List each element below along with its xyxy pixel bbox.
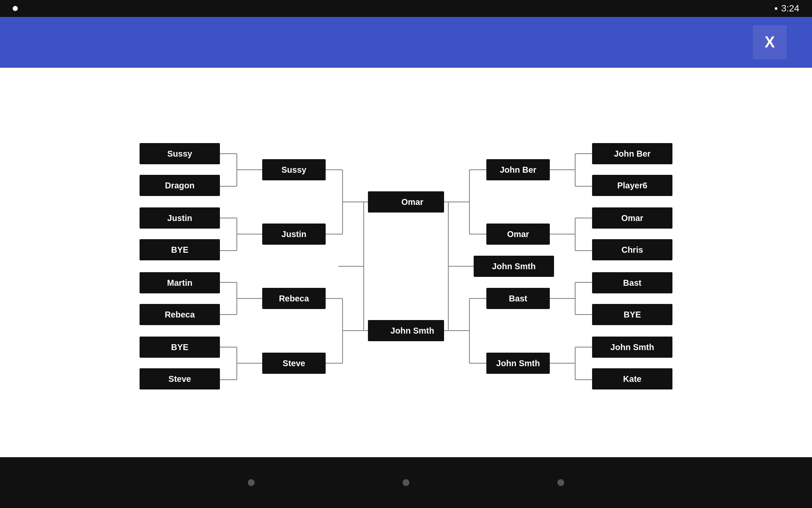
r1r2-box[interactable]: Player6 — [592, 175, 672, 196]
r1r4-box[interactable]: Chris — [592, 239, 672, 260]
r3r2-box[interactable]: John Smth — [381, 320, 444, 341]
r1l4-box[interactable]: BYE — [140, 239, 220, 260]
r1l7-box[interactable]: BYE — [140, 337, 220, 358]
nav-dot-2[interactable] — [403, 479, 409, 486]
r1r8-box[interactable]: Kate — [592, 368, 672, 389]
r2r4-box[interactable]: John Smth — [486, 353, 550, 374]
r2r1-box[interactable]: John Ber — [486, 159, 550, 180]
close-label: X — [765, 33, 775, 51]
app-header: X — [0, 17, 812, 68]
r2r3-box[interactable]: Bast — [486, 288, 550, 309]
status-bar: ▪ 3:24 — [0, 0, 812, 17]
nav-bar — [0, 457, 812, 508]
r1l5-box[interactable]: Martin — [140, 272, 220, 293]
r1l2-box[interactable]: Dragon — [140, 175, 220, 196]
r1r6-box[interactable]: BYE — [592, 304, 672, 325]
time: 3:24 — [781, 3, 799, 14]
r1l6-box[interactable]: Rebeca — [140, 304, 220, 325]
nav-dot-1[interactable] — [248, 479, 255, 486]
r2l3-box[interactable]: Rebeca — [262, 288, 326, 309]
r1l3-box[interactable]: Justin — [140, 207, 220, 229]
battery-icon: ▪ — [774, 3, 778, 14]
nav-dot-3[interactable] — [557, 479, 564, 486]
r1l8-box[interactable]: Steve — [140, 368, 220, 389]
r2r2-box[interactable]: Omar — [486, 224, 550, 245]
status-dot — [13, 6, 18, 11]
r3r1-box[interactable]: Omar — [381, 191, 444, 213]
bracket-area: Sussy Dragon Justin BYE Martin Rebeca BY… — [0, 68, 812, 457]
close-button[interactable]: X — [753, 25, 787, 59]
r1r5-box[interactable]: Bast — [592, 272, 672, 293]
r1r1-box[interactable]: John Ber — [592, 143, 672, 164]
r1r3-box[interactable]: Omar — [592, 207, 672, 229]
r2l1-box[interactable]: Sussy — [262, 159, 326, 180]
bracket-lines — [0, 68, 812, 457]
r1l1-box[interactable]: Sussy — [140, 143, 220, 164]
center-box[interactable]: John Smth — [474, 256, 554, 277]
r2l2-box[interactable]: Justin — [262, 224, 326, 245]
r2l4-box[interactable]: Steve — [262, 353, 326, 374]
r1r7-box[interactable]: John Smth — [592, 337, 672, 358]
